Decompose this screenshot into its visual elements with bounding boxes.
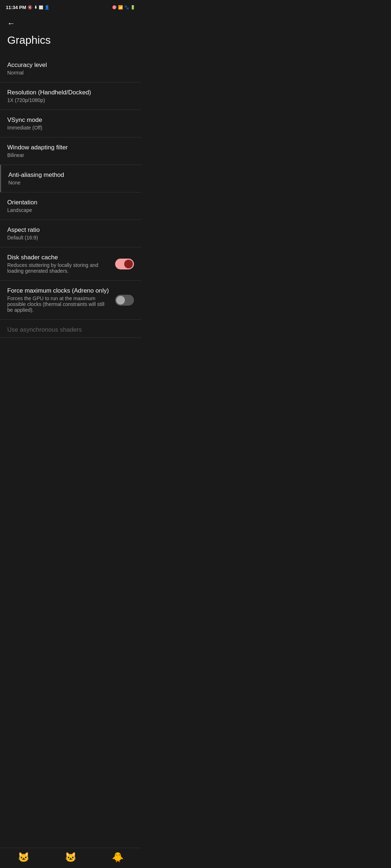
setting-title-accuracy-level: Accuracy level (7, 61, 134, 69)
wifi-icon: 🐾 (124, 5, 129, 10)
status-bar: 11:34 PM 🔇 ⬇ ⬜ 👤 🎯 📶 🐾 🔋 (0, 0, 141, 13)
setting-desc-force-max-clocks: Forces the GPU to run at the maximum pos… (7, 295, 109, 313)
setting-title-anti-aliasing: Anti-aliasing method (8, 171, 134, 179)
notification-icon: 👤 (45, 5, 50, 10)
setting-item-accuracy-level[interactable]: Accuracy levelNormal (0, 55, 141, 82)
toggle-force-max-clocks[interactable] (115, 295, 134, 306)
setting-value-anti-aliasing: None (8, 180, 134, 186)
setting-title-aspect-ratio: Aspect ratio (7, 226, 134, 234)
setting-item-force-max-clocks[interactable]: Force maximum clocks (Adreno only)Forces… (0, 281, 141, 320)
square-icon: ⬜ (39, 5, 43, 9)
setting-value-window-adapting-filter: Bilinear (7, 152, 134, 158)
setting-value-accuracy-level: Normal (7, 70, 134, 76)
setting-value-resolution: 1X (720p/1080p) (7, 97, 134, 103)
setting-text-accuracy-level: Accuracy levelNormal (7, 61, 134, 76)
setting-text-vsync-mode: VSync modeImmediate (Off) (7, 116, 134, 131)
battery-icon: 🔋 (130, 5, 135, 10)
setting-title-disk-shader-cache: Disk shader cache (7, 254, 109, 261)
setting-text-aspect-ratio: Aspect ratioDefault (16:9) (7, 226, 134, 241)
status-time: 11:34 PM 🔇 ⬇ ⬜ 👤 (6, 5, 50, 10)
setting-item-disk-shader-cache[interactable]: Disk shader cacheReduces stuttering by l… (0, 247, 141, 281)
setting-text-anti-aliasing: Anti-aliasing methodNone (8, 171, 134, 186)
setting-title-window-adapting-filter: Window adapting filter (7, 144, 134, 151)
status-right-icons: 🎯 📶 🐾 🔋 (112, 5, 135, 10)
setting-title-resolution: Resolution (Handheld/Docked) (7, 89, 134, 96)
setting-text-force-max-clocks: Force maximum clocks (Adreno only)Forces… (7, 287, 109, 313)
bonus-icon: 🎯 (112, 5, 117, 10)
toggle-knob-force-max-clocks (116, 296, 125, 305)
toggle-container-disk-shader-cache (115, 259, 134, 269)
setting-text-window-adapting-filter: Window adapting filterBilinear (7, 144, 134, 158)
partial-setting-title: Use asynchronous shaders (7, 326, 134, 333)
setting-text-resolution: Resolution (Handheld/Docked)1X (720p/108… (7, 89, 134, 103)
download-icon: ⬇ (34, 5, 37, 10)
setting-item-aspect-ratio[interactable]: Aspect ratioDefault (16:9) (0, 220, 141, 247)
signal-icon: 📶 (118, 5, 123, 10)
time-display: 11:34 PM (6, 5, 26, 10)
setting-item-window-adapting-filter[interactable]: Window adapting filterBilinear (0, 137, 141, 165)
setting-value-vsync-mode: Immediate (Off) (7, 125, 134, 131)
setting-title-force-max-clocks: Force maximum clocks (Adreno only) (7, 287, 109, 294)
back-button[interactable]: ← (0, 13, 22, 31)
setting-title-vsync-mode: VSync mode (7, 116, 134, 124)
setting-item-resolution[interactable]: Resolution (Handheld/Docked)1X (720p/108… (0, 82, 141, 110)
setting-text-orientation: OrientationLandscape (7, 199, 134, 213)
setting-item-vsync-mode[interactable]: VSync modeImmediate (Off) (0, 110, 141, 137)
setting-title-orientation: Orientation (7, 199, 134, 206)
toggle-knob-disk-shader-cache (124, 260, 133, 268)
setting-item-anti-aliasing[interactable]: Anti-aliasing methodNone (0, 165, 141, 192)
mute-icon: 🔇 (28, 5, 33, 10)
partial-setting-item: Use asynchronous shaders (0, 320, 141, 338)
toggle-container-force-max-clocks (115, 295, 134, 306)
setting-text-disk-shader-cache: Disk shader cacheReduces stuttering by l… (7, 254, 109, 274)
page-title: Graphics (0, 31, 141, 55)
setting-item-orientation[interactable]: OrientationLandscape (0, 192, 141, 220)
settings-list: Accuracy levelNormalResolution (Handheld… (0, 55, 141, 320)
setting-value-aspect-ratio: Default (16:9) (7, 235, 134, 241)
setting-value-orientation: Landscape (7, 207, 134, 213)
setting-desc-disk-shader-cache: Reduces stuttering by locally storing an… (7, 262, 109, 274)
toggle-disk-shader-cache[interactable] (115, 259, 134, 269)
